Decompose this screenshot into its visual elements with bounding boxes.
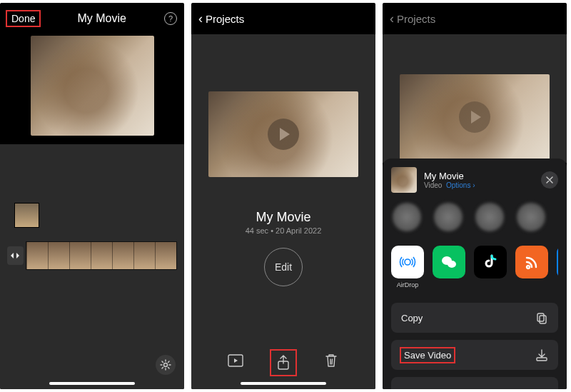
svg-rect-7	[540, 316, 546, 323]
play-rect-icon	[228, 354, 243, 367]
play-fullscreen-button[interactable]	[226, 351, 246, 371]
home-indicator[interactable]	[241, 382, 326, 385]
movie-subtitle: 44 sec • 20 April 2022	[191, 226, 375, 235]
nav-bar: ‹ Projects	[383, 3, 567, 34]
chevron-left-icon: ‹	[390, 12, 394, 25]
pencil-icon	[535, 386, 548, 389]
back-button[interactable]: ‹ Projects	[198, 12, 244, 25]
action-copy[interactable]: Copy	[391, 303, 558, 333]
close-button[interactable]	[541, 171, 558, 189]
sheet-title-block: My Movie Video Options ›	[424, 171, 475, 189]
back-label: Projects	[397, 13, 435, 25]
app-label: AirDrop	[397, 281, 419, 288]
clip-thumbnail[interactable]	[14, 203, 39, 228]
apps-row: AirDrop	[391, 246, 558, 288]
delete-button[interactable]	[321, 351, 341, 371]
share-icon	[277, 355, 290, 371]
settings-button[interactable]	[156, 355, 176, 375]
copy-icon	[535, 311, 548, 324]
bottom-toolbar	[191, 351, 375, 375]
wechat-icon	[439, 252, 459, 272]
back-label: Projects	[206, 13, 244, 25]
svg-rect-8	[537, 358, 547, 361]
trash-icon	[325, 353, 338, 368]
video-preview[interactable]	[31, 36, 154, 136]
share-button[interactable]	[271, 351, 295, 375]
app-wechat[interactable]	[433, 246, 465, 288]
contact-avatar[interactable]	[393, 203, 421, 231]
action-share-notability[interactable]: Share to Notability	[391, 377, 558, 389]
contacts-row	[391, 203, 558, 231]
download-icon	[535, 348, 548, 361]
action-label: Share to Notability	[401, 387, 477, 390]
app-airdrop[interactable]: AirDrop	[391, 246, 424, 288]
contact-avatar[interactable]	[517, 203, 545, 231]
action-list: Copy Save Video Share to Notability Open…	[391, 303, 558, 389]
close-icon	[546, 176, 553, 184]
airdrop-icon	[397, 251, 418, 273]
contact-avatar[interactable]	[475, 203, 504, 231]
video-thumbnail[interactable]	[208, 91, 358, 177]
action-save-video[interactable]: Save Video	[391, 340, 558, 370]
svg-point-0	[164, 363, 168, 367]
sheet-title: My Movie	[424, 171, 475, 181]
transition-icon[interactable]	[7, 246, 24, 265]
svg-point-5	[448, 261, 456, 268]
timeline-track[interactable]	[7, 241, 177, 270]
sheet-subtitle: Video Options ›	[424, 181, 475, 189]
svg-point-3	[405, 259, 410, 265]
play-button	[459, 101, 490, 133]
editor-screen: Done My Movie ?	[0, 3, 184, 389]
rss-icon	[522, 253, 541, 271]
action-label: Save Video	[401, 348, 454, 362]
play-icon	[280, 128, 290, 141]
sheet-header: My Movie Video Options ›	[391, 167, 558, 193]
share-sheet-screen: ‹ Projects My Movie Video Options ›	[383, 3, 567, 389]
tiktok-icon	[481, 253, 500, 271]
action-label: Copy	[401, 313, 423, 323]
app-tiktok[interactable]	[474, 246, 507, 288]
edit-button[interactable]: Edit	[264, 248, 303, 286]
home-indicator[interactable]	[49, 382, 135, 385]
app-files[interactable]	[557, 246, 558, 288]
body: My Movie 44 sec • 20 April 2022 Edit	[191, 34, 375, 389]
movie-title: My Movie	[191, 210, 375, 225]
video-thumbnail-dimmed	[400, 74, 550, 160]
contact-avatar[interactable]	[434, 203, 463, 231]
project-detail-screen: ‹ Projects My Movie 44 sec • 20 April 20…	[191, 3, 375, 389]
play-button[interactable]	[268, 119, 299, 150]
share-sheet: My Movie Video Options › AirDrop	[383, 159, 567, 389]
back-button: ‹ Projects	[390, 12, 435, 25]
chevron-left-icon: ‹	[198, 12, 203, 25]
sheet-thumbnail	[391, 167, 417, 193]
nav-bar: Done My Movie ?	[0, 3, 184, 34]
sheet-kind: Video	[424, 181, 442, 189]
app-rss[interactable]	[515, 246, 548, 288]
nav-bar: ‹ Projects	[191, 3, 375, 34]
filmstrip[interactable]	[26, 241, 177, 270]
options-link[interactable]: Options ›	[446, 181, 475, 189]
page-title: My Movie	[78, 12, 126, 25]
done-button[interactable]: Done	[7, 11, 39, 26]
gear-icon	[160, 359, 171, 371]
svg-rect-6	[537, 313, 544, 321]
help-icon[interactable]: ?	[164, 12, 177, 25]
play-icon	[471, 111, 481, 124]
